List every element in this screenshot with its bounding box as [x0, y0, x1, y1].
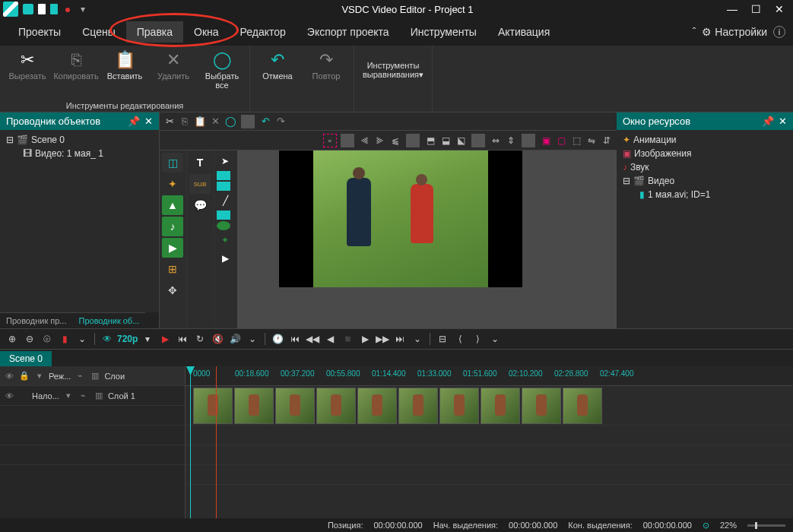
tree-video-node[interactable]: 🎞Видео: 1 мая_ 1: [3, 147, 156, 160]
frame-icon[interactable]: ⦾: [40, 331, 55, 347]
add-sprite-icon[interactable]: ✦: [162, 174, 183, 194]
clip[interactable]: [193, 388, 233, 424]
marker-in-icon[interactable]: ⟨: [452, 331, 468, 347]
pin-icon[interactable]: 📌: [128, 116, 140, 127]
align-top-icon[interactable]: ⬒: [423, 134, 437, 147]
flip-h-icon[interactable]: ⇋: [585, 134, 598, 147]
rect2-icon[interactable]: [217, 182, 230, 191]
group-icon[interactable]: ▣: [539, 134, 553, 147]
align-right-icon[interactable]: ⫹: [389, 134, 402, 147]
panel-close-icon[interactable]: ✕: [779, 116, 787, 127]
marker-out-icon[interactable]: ⟩: [470, 331, 485, 347]
playhead[interactable]: [190, 366, 191, 518]
add-grid-icon[interactable]: ⊞: [162, 259, 183, 279]
ungroup-icon[interactable]: ▢: [554, 134, 568, 147]
tl-track-row[interactable]: 👁 Нало... ▾ ⌁ ▥ Слой 1: [0, 386, 185, 406]
mini-sel-icon[interactable]: ◯: [224, 115, 237, 128]
collapse-icon[interactable]: ⊟: [6, 135, 14, 145]
zoom-out-icon[interactable]: ⊖: [22, 331, 37, 347]
clips-strip[interactable]: [193, 388, 602, 424]
res-sound[interactable]: ♪Звук: [620, 160, 790, 174]
expand-center-icon[interactable]: ⌄: [245, 331, 260, 347]
explorer-tab-projects[interactable]: Проводник пр...: [0, 312, 73, 328]
align-bottom-icon[interactable]: ⬕: [454, 134, 468, 147]
quality-dropdown-icon[interactable]: ▾: [140, 331, 155, 347]
clip[interactable]: [563, 388, 602, 424]
add-chart-icon[interactable]: ◫: [162, 153, 183, 173]
minimize-button[interactable]: —: [727, 3, 737, 15]
delete-button[interactable]: ✕Удалить: [151, 49, 196, 82]
add-subtitle-icon[interactable]: SUB: [189, 174, 211, 194]
timeline-ruler[interactable]: 0000 00:18.600 00:37.200 00:55.800 01:14…: [186, 366, 793, 386]
copy-button[interactable]: ⎘Копировать: [53, 49, 99, 82]
clip[interactable]: [398, 388, 438, 424]
clip[interactable]: [481, 388, 520, 424]
res-video[interactable]: ⊟🎬Видео: [620, 174, 790, 188]
add-audio-icon[interactable]: ♪: [162, 217, 183, 236]
add-tooltip-icon[interactable]: 💬: [189, 195, 211, 215]
track-content-row[interactable]: [186, 386, 793, 426]
step-fwd-icon[interactable]: ▶: [357, 331, 373, 347]
dist-h-icon[interactable]: ⇔: [489, 134, 503, 147]
rewind-icon[interactable]: ◀◀: [305, 331, 320, 347]
add-video-icon[interactable]: ▶: [162, 238, 183, 258]
selectall-button[interactable]: ◯Выбрать все: [199, 49, 245, 91]
mini-del-icon[interactable]: ✕: [208, 115, 222, 128]
zoom-fit-icon[interactable]: ⊙: [703, 521, 709, 530]
add-text-icon[interactable]: T: [189, 153, 211, 173]
rect-icon[interactable]: [217, 171, 230, 180]
mini-paste-icon[interactable]: 📋: [193, 115, 207, 128]
clip[interactable]: [234, 388, 274, 424]
expand-left-icon[interactable]: ⌄: [75, 331, 90, 347]
volume-icon[interactable]: 🔊: [227, 331, 243, 347]
mini-redo-icon[interactable]: ↷: [274, 115, 287, 128]
cut-button[interactable]: ✂Вырезать: [5, 49, 50, 82]
expand-right-icon[interactable]: ⌄: [487, 331, 503, 347]
step-back-icon[interactable]: ◀: [322, 331, 338, 347]
timeline-scene-tab[interactable]: Scene 0: [0, 351, 52, 366]
play-button[interactable]: ▶: [157, 331, 173, 347]
zoom-in-icon[interactable]: ⊕: [5, 331, 20, 347]
resources-tree[interactable]: ✦Анимации ▣Изображения ♪Звук ⊟🎬Видео ▮1 …: [617, 130, 793, 328]
clip[interactable]: [316, 388, 356, 424]
clock-icon[interactable]: 🕐: [270, 331, 285, 347]
zoom-value[interactable]: 22%: [720, 521, 737, 530]
split-icon[interactable]: ⊟: [435, 331, 450, 347]
mode-column-icon[interactable]: ▾: [33, 371, 46, 381]
menu-scenes[interactable]: Сцены: [71, 21, 126, 43]
mini-cut-icon[interactable]: ✂: [163, 115, 176, 128]
ellipse-icon[interactable]: [217, 221, 230, 230]
cursor-icon[interactable]: ➤: [217, 153, 233, 169]
qat-record-icon[interactable]: ●: [62, 4, 73, 14]
freeform-icon[interactable]: ✦: [217, 232, 233, 249]
qat-save-icon[interactable]: [23, 4, 33, 14]
goto-end-icon[interactable]: ⏭: [392, 331, 408, 347]
play-icon[interactable]: ▶: [217, 250, 233, 267]
panel-close-icon[interactable]: ✕: [144, 116, 153, 127]
crop-icon[interactable]: ⬚: [569, 134, 583, 147]
zoom-slider[interactable]: [747, 524, 785, 527]
timeline-tracks[interactable]: 0000 00:18.600 00:37.200 00:55.800 01:14…: [186, 366, 793, 518]
prev-frame-icon[interactable]: ⏮: [175, 331, 190, 347]
menu-tools[interactable]: Инструменты: [400, 21, 487, 43]
loop-icon[interactable]: ↻: [192, 331, 208, 347]
close-button[interactable]: ✕: [775, 3, 784, 15]
dist-v-icon[interactable]: ⇕: [504, 134, 518, 147]
add-image-icon[interactable]: ▲: [162, 195, 183, 215]
pin-icon[interactable]: 📌: [762, 116, 774, 127]
res-file[interactable]: ▮1 мая.avi; ID=1: [620, 188, 790, 201]
stop-icon[interactable]: ◾: [340, 331, 355, 347]
preview-canvas[interactable]: [237, 150, 617, 328]
qat-doc1-icon[interactable]: [38, 4, 46, 14]
qat-doc2-icon[interactable]: [50, 4, 58, 14]
expand-play-icon[interactable]: ⌄: [410, 331, 425, 347]
flip-v-icon[interactable]: ⇵: [600, 134, 614, 147]
menu-export[interactable]: Экспорт проекта: [297, 21, 400, 43]
align-left-icon[interactable]: ⫷: [358, 134, 372, 147]
menu-activation[interactable]: Активация: [487, 21, 560, 43]
res-animations[interactable]: ✦Анимации: [620, 133, 790, 147]
quality-label[interactable]: 720p: [117, 334, 138, 344]
tree-scene-node[interactable]: ⊟🎬Scene 0: [3, 133, 156, 147]
rect3-icon[interactable]: [217, 211, 230, 220]
info-icon[interactable]: i: [773, 26, 785, 38]
